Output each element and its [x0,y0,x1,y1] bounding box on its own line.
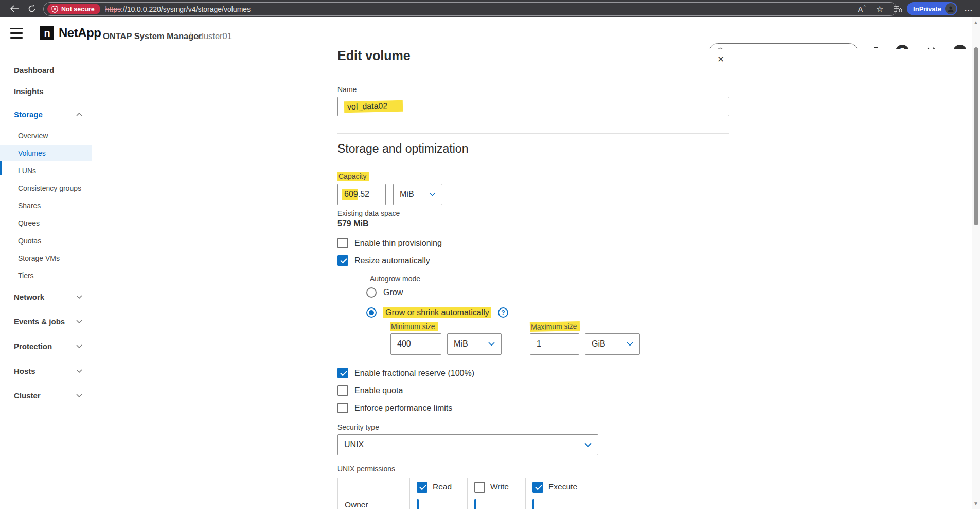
resize-automatically-checkbox[interactable]: Resize automatically [337,255,430,266]
browser-refresh-button[interactable] [25,0,39,17]
netapp-logo: n NetApp [40,26,101,40]
sidebar-item-storage[interactable]: Storage [0,106,92,122]
sidebar-item-network[interactable]: Network [0,288,92,305]
fractional-reserve-checkbox[interactable]: Enable fractional reserve (100%) [337,368,474,378]
name-label: Name [337,85,357,94]
checkbox[interactable] [337,368,348,378]
thin-provisioning-checkbox[interactable]: Enable thin provisioning [337,238,442,248]
sidebar-nav: Dashboard Insights Storage Overview Volu… [0,49,92,509]
sidebar-item-qtrees[interactable]: Qtrees [0,215,92,231]
grow-radio[interactable]: Grow [366,287,403,298]
capacity-label: Capacity [337,172,369,181]
empty-header-cell [338,478,410,496]
sidebar-item-insights[interactable]: Insights [0,83,92,99]
scroll-down-icon[interactable]: ▼ [973,501,979,507]
radio-button[interactable] [366,287,377,298]
write-all-checkbox[interactable] [474,482,485,493]
app-title: ONTAP System Manager [103,31,202,41]
section-title: Storage and optimization [337,142,468,156]
chevron-down-icon [76,295,82,299]
sidebar-item-dashboard[interactable]: Dashboard [0,62,92,78]
security-type-label: Security type [337,423,379,431]
execute-header-cell: Execute [526,478,653,496]
profile-avatar-icon [945,3,956,14]
maximum-size-label: Maximum size [530,322,580,331]
collections-icon[interactable] [888,0,907,17]
chevron-up-icon [76,113,82,116]
sidebar-item-volumes[interactable]: Volumes [0,145,92,161]
unix-permissions-label: UNIX permissions [337,465,395,473]
app-header: n NetApp ONTAP System Manager | cluster0… [0,17,980,49]
dialog-title: Edit volume [337,48,411,63]
owner-execute-checkbox[interactable] [532,499,534,509]
name-input[interactable]: vol_data02 [337,97,729,116]
url-text: https://10.0.0.220/sysmgr/v4/storage/vol… [105,5,251,13]
page-scrollbar[interactable]: ▲ ▼ [972,17,980,509]
sidebar-item-protection[interactable]: Protection [0,338,92,354]
chevron-down-icon [584,443,592,447]
address-bar[interactable]: Not secure https://10.0.0.220/sysmgr/v4/… [43,2,897,16]
chevron-down-icon [429,192,436,196]
scrollbar-thumb[interactable] [974,47,978,225]
existing-data-space-label: Existing data space [337,209,400,217]
chevron-down-icon [76,320,82,323]
sidebar-item-hosts[interactable]: Hosts [0,362,92,379]
checkbox[interactable] [337,255,348,266]
minimum-size-input[interactable]: 400 [390,333,441,355]
table-row-owner: Owner [338,496,653,509]
sidebar-item-quotas[interactable]: Quotas [0,232,92,249]
performance-limits-checkbox[interactable]: Enforce performance limits [337,403,452,413]
browser-back-button[interactable] [7,0,22,17]
sidebar-item-luns[interactable]: LUNs [0,162,92,179]
scroll-up-icon[interactable]: ▲ [973,20,979,26]
autogrow-mode-label: Autogrow mode [370,275,420,283]
maximum-size-input[interactable]: 1 [530,333,579,355]
checkbox[interactable] [337,238,348,248]
sidebar-item-overview[interactable]: Overview [0,128,92,144]
read-header-cell: Read [410,478,468,496]
minimum-unit-dropdown[interactable]: MiB [447,333,502,355]
capacity-unit-dropdown[interactable]: MiB [393,184,442,205]
sidebar-item-cluster[interactable]: Cluster [0,387,92,404]
browser-menu-icon[interactable]: ... [957,0,980,17]
write-header-cell: Write [468,478,526,496]
edit-volume-dialog: Edit volume ✕ Name vol_data02 Storage an… [337,49,729,509]
sidebar-item-tiers[interactable]: Tiers [0,267,92,284]
cluster-name: cluster01 [198,31,232,41]
help-tooltip-icon[interactable]: ? [498,307,508,318]
favorites-star-icon[interactable]: ☆ [871,0,888,17]
sidebar-item-shares[interactable]: Shares [0,197,92,214]
title-separator: | [190,30,192,41]
security-type-dropdown[interactable]: UNIX [337,434,598,455]
capacity-value-suffix: .52 [358,190,369,199]
hamburger-menu-icon[interactable] [10,28,23,39]
owner-read-checkbox[interactable] [417,499,419,509]
read-aloud-icon[interactable]: A⌃ [853,0,871,17]
url-scheme-struck: https [105,5,121,13]
capacity-value-highlight: 609 [342,189,358,200]
not-secure-badge[interactable]: Not secure [47,4,100,14]
sidebar-item-events-jobs[interactable]: Events & jobs [0,313,92,330]
existing-data-space-value: 579 MiB [337,219,368,228]
grow-or-shrink-radio[interactable]: Grow or shrink automatically ? [366,307,508,318]
netapp-logo-mark: n [40,26,54,40]
maximum-unit-dropdown[interactable]: GiB [585,333,640,355]
chevron-down-icon [627,342,633,346]
not-secure-label: Not secure [61,6,95,13]
close-icon[interactable]: ✕ [714,52,727,66]
owner-write-checkbox[interactable] [474,499,476,509]
inprivate-badge[interactable]: InPrivate [907,2,957,15]
enable-quota-checkbox[interactable]: Enable quota [337,385,403,396]
minimum-size-label: Minimum size [390,322,438,331]
read-all-checkbox[interactable] [417,482,427,493]
name-value: vol_data02 [344,100,403,113]
execute-all-checkbox[interactable] [532,482,543,493]
checkbox[interactable] [337,403,348,413]
table-header-row: Read Write Execute [338,478,653,496]
sidebar-item-storage-vms[interactable]: Storage VMs [0,250,92,266]
browser-chrome: Not secure https://10.0.0.220/sysmgr/v4/… [0,0,980,17]
checkbox[interactable] [337,385,348,396]
sidebar-item-consistency-groups[interactable]: Consistency groups [0,180,92,196]
capacity-input[interactable]: 609.52 [337,184,386,205]
radio-button[interactable] [366,307,377,318]
